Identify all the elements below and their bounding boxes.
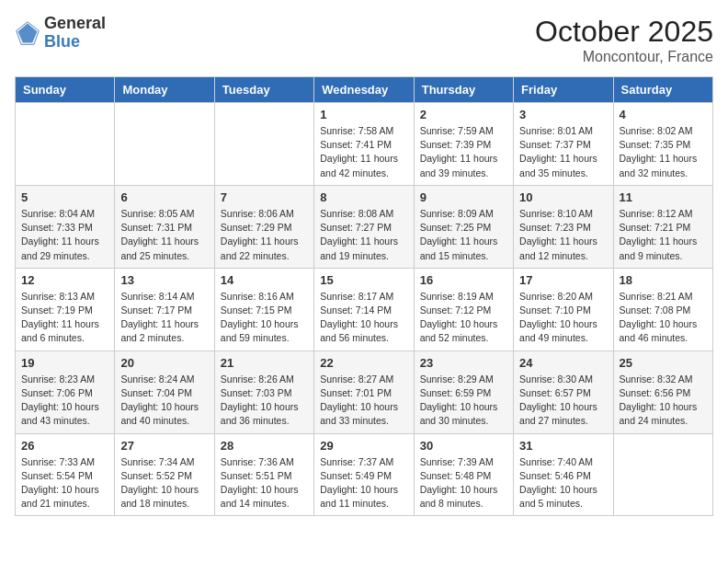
day-number: 4	[620, 108, 707, 121]
day-number: 17	[519, 273, 607, 287]
day-info: Sunrise: 8:30 AM Sunset: 6:57 PM Dayligh…	[519, 373, 607, 429]
day-info: Sunrise: 8:26 AM Sunset: 7:03 PM Dayligh…	[221, 373, 308, 429]
day-info: Sunrise: 8:02 AM Sunset: 7:35 PM Dayligh…	[620, 124, 707, 180]
day-number: 19	[21, 356, 108, 370]
day-number: 25	[620, 356, 707, 370]
day-number: 1	[320, 108, 407, 121]
calendar-cell: 26Sunrise: 7:33 AM Sunset: 5:54 PM Dayli…	[16, 433, 115, 516]
calendar-cell: 4Sunrise: 8:02 AM Sunset: 7:35 PM Daylig…	[613, 103, 712, 186]
calendar-cell: 16Sunrise: 8:19 AM Sunset: 7:12 PM Dayli…	[414, 268, 513, 350]
day-number: 28	[221, 439, 308, 453]
day-number: 9	[420, 190, 507, 204]
calendar-cell: 18Sunrise: 8:21 AM Sunset: 7:08 PM Dayli…	[613, 268, 712, 350]
weekday-header-monday: Monday	[115, 77, 214, 103]
day-number: 10	[519, 190, 607, 204]
calendar-cell: 9Sunrise: 8:09 AM Sunset: 7:25 PM Daylig…	[414, 185, 513, 268]
calendar-cell: 30Sunrise: 7:39 AM Sunset: 5:48 PM Dayli…	[414, 433, 513, 516]
day-number: 27	[120, 439, 208, 453]
day-info: Sunrise: 8:19 AM Sunset: 7:12 PM Dayligh…	[420, 290, 507, 346]
day-info: Sunrise: 7:39 AM Sunset: 5:48 PM Dayligh…	[420, 455, 507, 511]
logo: General Blue	[15, 15, 106, 52]
day-number: 14	[221, 273, 308, 287]
day-info: Sunrise: 7:58 AM Sunset: 7:41 PM Dayligh…	[320, 124, 407, 180]
day-info: Sunrise: 8:23 AM Sunset: 7:06 PM Dayligh…	[21, 373, 108, 429]
day-number: 22	[320, 356, 407, 370]
calendar-week-row: 19Sunrise: 8:23 AM Sunset: 7:06 PM Dayli…	[16, 350, 713, 433]
calendar-cell: 15Sunrise: 8:17 AM Sunset: 7:14 PM Dayli…	[314, 268, 414, 350]
calendar-cell: 20Sunrise: 8:24 AM Sunset: 7:04 PM Dayli…	[115, 350, 214, 433]
calendar-week-row: 12Sunrise: 8:13 AM Sunset: 7:19 PM Dayli…	[16, 268, 713, 350]
day-number: 7	[221, 190, 308, 204]
day-number: 5	[21, 190, 108, 204]
day-info: Sunrise: 7:33 AM Sunset: 5:54 PM Dayligh…	[21, 455, 108, 511]
day-info: Sunrise: 8:16 AM Sunset: 7:15 PM Dayligh…	[221, 290, 308, 346]
calendar-cell: 3Sunrise: 8:01 AM Sunset: 7:37 PM Daylig…	[514, 103, 613, 186]
calendar-cell: 10Sunrise: 8:10 AM Sunset: 7:23 PM Dayli…	[514, 185, 613, 268]
day-info: Sunrise: 8:13 AM Sunset: 7:19 PM Dayligh…	[21, 290, 108, 346]
calendar-cell	[214, 103, 313, 186]
day-number: 31	[519, 439, 607, 453]
calendar-table: SundayMondayTuesdayWednesdayThursdayFrid…	[15, 76, 713, 516]
day-number: 6	[120, 190, 208, 204]
calendar-cell: 24Sunrise: 8:30 AM Sunset: 6:57 PM Dayli…	[514, 350, 613, 433]
calendar-cell	[115, 103, 214, 186]
logo-icon	[15, 20, 40, 46]
day-info: Sunrise: 8:27 AM Sunset: 7:01 PM Dayligh…	[320, 373, 407, 429]
day-info: Sunrise: 8:32 AM Sunset: 6:56 PM Dayligh…	[620, 373, 707, 429]
location: Moncontour, France	[535, 49, 713, 65]
calendar-cell: 27Sunrise: 7:34 AM Sunset: 5:52 PM Dayli…	[115, 433, 214, 516]
calendar-cell: 2Sunrise: 7:59 AM Sunset: 7:39 PM Daylig…	[414, 103, 513, 186]
calendar-cell: 31Sunrise: 7:40 AM Sunset: 5:46 PM Dayli…	[514, 433, 613, 516]
calendar-cell: 25Sunrise: 8:32 AM Sunset: 6:56 PM Dayli…	[613, 350, 712, 433]
logo-text: General Blue	[44, 15, 106, 52]
day-number: 18	[620, 273, 707, 287]
calendar-cell: 12Sunrise: 8:13 AM Sunset: 7:19 PM Dayli…	[16, 268, 115, 350]
logo-general-text: General	[44, 15, 106, 33]
day-number: 15	[320, 273, 407, 287]
svg-marker-0	[18, 23, 38, 42]
calendar-cell: 17Sunrise: 8:20 AM Sunset: 7:10 PM Dayli…	[514, 268, 613, 350]
day-info: Sunrise: 7:59 AM Sunset: 7:39 PM Dayligh…	[420, 124, 507, 180]
weekday-header-saturday: Saturday	[613, 77, 712, 103]
day-number: 23	[420, 356, 507, 370]
day-info: Sunrise: 7:36 AM Sunset: 5:51 PM Dayligh…	[221, 455, 308, 511]
calendar-cell: 14Sunrise: 8:16 AM Sunset: 7:15 PM Dayli…	[214, 268, 313, 350]
day-number: 13	[120, 273, 208, 287]
weekday-header-thursday: Thursday	[414, 77, 513, 103]
day-info: Sunrise: 8:06 AM Sunset: 7:29 PM Dayligh…	[221, 207, 308, 263]
day-info: Sunrise: 8:17 AM Sunset: 7:14 PM Dayligh…	[320, 290, 407, 346]
month-title: October 2025	[535, 15, 713, 49]
day-info: Sunrise: 8:29 AM Sunset: 6:59 PM Dayligh…	[420, 373, 507, 429]
calendar-cell: 23Sunrise: 8:29 AM Sunset: 6:59 PM Dayli…	[414, 350, 513, 433]
day-info: Sunrise: 8:04 AM Sunset: 7:33 PM Dayligh…	[21, 207, 108, 263]
calendar-cell: 28Sunrise: 7:36 AM Sunset: 5:51 PM Dayli…	[214, 433, 313, 516]
calendar-cell: 5Sunrise: 8:04 AM Sunset: 7:33 PM Daylig…	[16, 185, 115, 268]
weekday-header-friday: Friday	[514, 77, 613, 103]
day-info: Sunrise: 8:10 AM Sunset: 7:23 PM Dayligh…	[519, 207, 607, 263]
calendar-cell	[613, 433, 712, 516]
day-info: Sunrise: 7:37 AM Sunset: 5:49 PM Dayligh…	[320, 455, 407, 511]
day-number: 2	[420, 108, 507, 121]
day-info: Sunrise: 8:20 AM Sunset: 7:10 PM Dayligh…	[519, 290, 607, 346]
weekday-header-wednesday: Wednesday	[314, 77, 414, 103]
day-info: Sunrise: 8:21 AM Sunset: 7:08 PM Dayligh…	[620, 290, 707, 346]
day-number: 11	[620, 190, 707, 204]
calendar-week-row: 26Sunrise: 7:33 AM Sunset: 5:54 PM Dayli…	[16, 433, 713, 516]
calendar-cell: 13Sunrise: 8:14 AM Sunset: 7:17 PM Dayli…	[115, 268, 214, 350]
day-number: 24	[519, 356, 607, 370]
calendar-week-row: 1Sunrise: 7:58 AM Sunset: 7:41 PM Daylig…	[16, 103, 713, 186]
weekday-header-tuesday: Tuesday	[214, 77, 313, 103]
day-number: 21	[221, 356, 308, 370]
day-number: 8	[320, 190, 407, 204]
calendar-cell: 1Sunrise: 7:58 AM Sunset: 7:41 PM Daylig…	[314, 103, 414, 186]
day-info: Sunrise: 8:01 AM Sunset: 7:37 PM Dayligh…	[519, 124, 607, 180]
day-number: 29	[320, 439, 407, 453]
day-number: 12	[21, 273, 108, 287]
calendar-cell: 19Sunrise: 8:23 AM Sunset: 7:06 PM Dayli…	[16, 350, 115, 433]
day-number: 30	[420, 439, 507, 453]
day-info: Sunrise: 8:05 AM Sunset: 7:31 PM Dayligh…	[120, 207, 208, 263]
calendar-cell: 6Sunrise: 8:05 AM Sunset: 7:31 PM Daylig…	[115, 185, 214, 268]
calendar-cell: 22Sunrise: 8:27 AM Sunset: 7:01 PM Dayli…	[314, 350, 414, 433]
day-number: 26	[21, 439, 108, 453]
day-info: Sunrise: 8:09 AM Sunset: 7:25 PM Dayligh…	[420, 207, 507, 263]
